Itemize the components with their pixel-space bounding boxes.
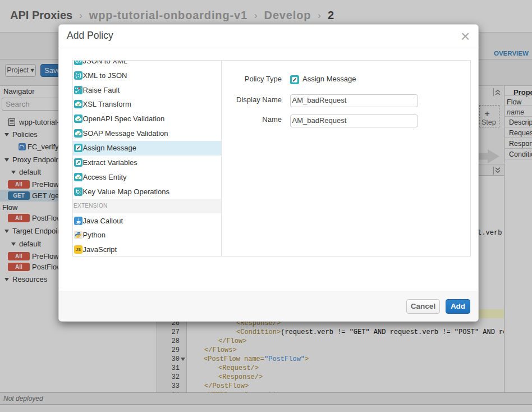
svg-text:JS: JS xyxy=(75,248,80,253)
